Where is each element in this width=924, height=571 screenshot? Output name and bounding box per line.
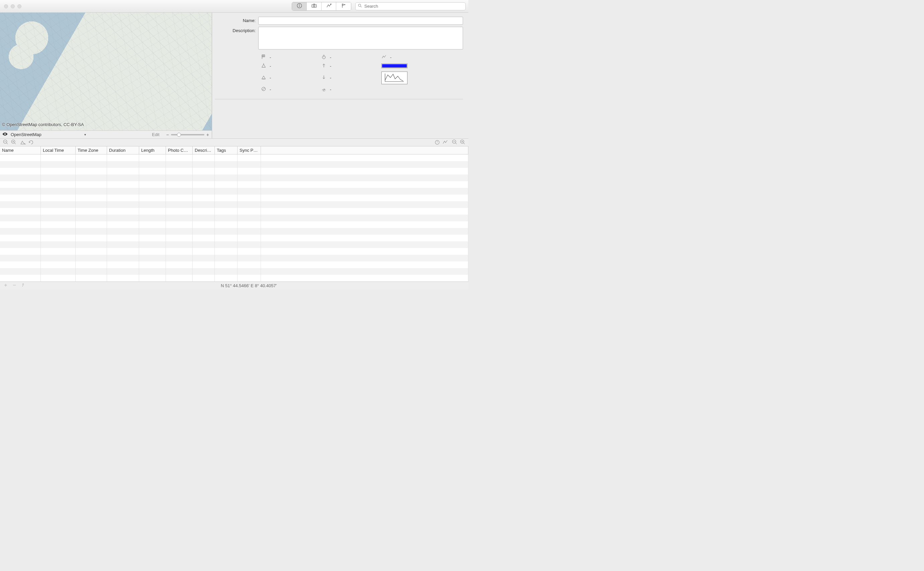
table-row[interactable] [0, 228, 468, 235]
map-pane[interactable]: © OpenStreetMap contributors, CC-BY-SA O… [0, 13, 212, 138]
table-row[interactable] [0, 268, 468, 275]
average-icon [261, 86, 266, 93]
table-row[interactable] [0, 154, 468, 161]
zoom-window-button[interactable] [17, 5, 22, 8]
zoom-in-button[interactable]: + [206, 132, 210, 137]
zoom-out-map-button[interactable] [3, 139, 9, 146]
map-source-dropdown[interactable]: OpenStreetMap [11, 132, 42, 137]
track-table: Name Local Time Time Zone Duration Lengt… [0, 147, 468, 281]
photos-tab-button[interactable] [307, 2, 322, 10]
name-input[interactable] [258, 17, 463, 25]
svg-line-37 [455, 143, 457, 144]
svg-line-25 [324, 89, 325, 90]
table-row[interactable] [0, 188, 468, 194]
map-zoom-control: − + [166, 132, 210, 137]
table-row[interactable] [0, 161, 468, 168]
col-tags[interactable]: Tags [215, 147, 238, 154]
arrow-up-icon [321, 63, 327, 69]
coordinates-display: N 51° 44.5466' E 8° 40.4057' [221, 283, 277, 288]
track-tab-button[interactable] [322, 2, 336, 10]
add-button[interactable] [3, 283, 8, 289]
table-row[interactable] [0, 194, 468, 201]
table-row[interactable] [0, 235, 468, 241]
svg-point-9 [5, 133, 6, 135]
table-row[interactable] [0, 201, 468, 208]
svg-line-31 [14, 143, 16, 144]
stat-max-speed: - [330, 87, 331, 92]
search-icon [358, 3, 362, 9]
chart-icon [384, 73, 404, 83]
table-row[interactable] [0, 168, 468, 174]
col-sync-photos[interactable]: Sync Pho… [238, 147, 261, 154]
map-toolbar: OpenStreetMap ▾ Edit − + [0, 130, 212, 138]
col-length[interactable]: Length [139, 147, 166, 154]
arrow-down-icon [321, 74, 327, 81]
info-tab-button[interactable] [292, 2, 307, 10]
titlebar [0, 0, 468, 13]
table-row[interactable] [0, 261, 468, 268]
stat-elev-max: - [269, 63, 271, 68]
col-spacer [261, 147, 468, 154]
speedometer-icon: Max [321, 86, 327, 93]
table-row[interactable] [0, 174, 468, 181]
svg-line-46 [22, 285, 23, 287]
table-header: Name Local Time Time Zone Duration Lengt… [0, 147, 468, 154]
pin-button[interactable] [21, 283, 25, 289]
minimize-window-button[interactable] [11, 5, 15, 8]
track-edit-icon[interactable] [442, 139, 448, 146]
table-row[interactable] [0, 221, 468, 228]
col-photo-count[interactable]: Photo Count [166, 147, 193, 154]
map-edit-button[interactable]: Edit [149, 132, 163, 137]
col-description[interactable]: Descripti… [193, 147, 215, 154]
close-window-button[interactable] [4, 5, 8, 8]
stat-track: - [390, 55, 392, 60]
search-field[interactable] [355, 2, 466, 10]
zoom-in-map-button[interactable] [11, 139, 17, 146]
col-name[interactable]: Name [0, 147, 41, 154]
elevation-icon[interactable] [20, 139, 26, 146]
svg-line-8 [361, 6, 362, 7]
stat-descent: - [330, 75, 331, 80]
chevron-down-icon[interactable]: ▾ [84, 133, 86, 136]
flag-icon [341, 3, 347, 10]
table-row[interactable] [0, 275, 468, 281]
description-label: Description: [215, 27, 258, 33]
zoom-out-chart-button[interactable] [452, 139, 458, 146]
table-row[interactable] [0, 248, 468, 255]
col-local-time[interactable]: Local Time [41, 147, 76, 154]
description-input[interactable] [258, 27, 463, 49]
camera-icon [311, 3, 317, 10]
stat-duration: - [330, 55, 331, 60]
table-body[interactable] [0, 154, 468, 281]
route-icon [326, 3, 332, 10]
zoom-in-chart-button[interactable] [460, 139, 466, 146]
svg-line-40 [463, 143, 465, 144]
elevation-max-icon [261, 63, 266, 69]
elevation-chart-button[interactable] [381, 71, 407, 84]
table-row[interactable] [0, 208, 468, 215]
zoom-out-button[interactable]: − [166, 132, 170, 137]
col-duration[interactable]: Duration [107, 147, 139, 154]
time-icon[interactable] [434, 139, 440, 146]
map-roads [0, 13, 212, 138]
visibility-icon[interactable] [2, 132, 8, 137]
table-row[interactable] [0, 215, 468, 221]
table-toolbar [0, 138, 468, 147]
waypoint-tab-button[interactable] [336, 2, 351, 10]
toolbar-segment [292, 2, 351, 11]
table-row[interactable] [0, 241, 468, 248]
undo-icon[interactable] [28, 139, 34, 146]
stat-ascent: - [330, 63, 331, 68]
name-label: Name: [215, 17, 258, 23]
table-row[interactable] [0, 181, 468, 188]
stat-distance: - [269, 55, 271, 60]
zoom-slider[interactable] [171, 134, 204, 136]
svg-text:Max: Max [323, 90, 325, 92]
track-color-swatch[interactable] [381, 63, 407, 68]
remove-button[interactable] [12, 283, 17, 289]
col-time-zone[interactable]: Time Zone [76, 147, 107, 154]
search-input[interactable] [364, 4, 463, 9]
table-row[interactable] [0, 255, 468, 261]
svg-point-4 [313, 5, 315, 7]
upper-split: © OpenStreetMap contributors, CC-BY-SA O… [0, 13, 468, 138]
